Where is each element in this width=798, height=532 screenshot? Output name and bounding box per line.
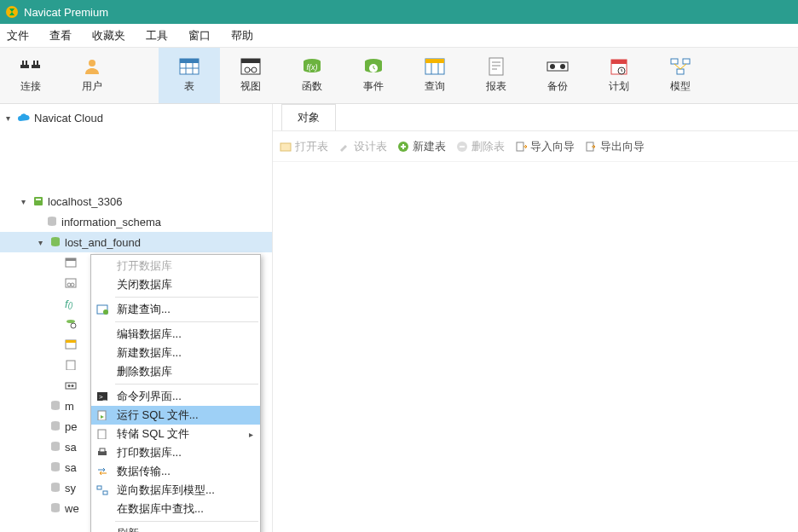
tool-view[interactable]: 视图	[220, 48, 281, 103]
ctx-refresh[interactable]: 刷新	[91, 524, 260, 532]
chevron-down-icon: ▾	[34, 238, 46, 247]
tool-label: 视图	[240, 79, 261, 94]
svg-rect-23	[425, 59, 444, 63]
cylinder-icon	[46, 216, 58, 228]
tool-schedule[interactable]: 计划	[588, 48, 650, 103]
database-label: sa	[65, 441, 77, 454]
menu-favorites[interactable]: 收藏夹	[92, 28, 125, 43]
ctx-data-transfer[interactable]: 数据传输...	[91, 462, 260, 481]
action-open-table[interactable]: 打开表	[278, 137, 330, 156]
svg-rect-42	[36, 199, 41, 200]
tab-objects[interactable]: 对象	[281, 104, 336, 130]
tab-label: 对象	[298, 111, 320, 124]
model-icon	[668, 57, 692, 76]
tool-query[interactable]: 查询	[404, 48, 466, 103]
minus-icon	[456, 141, 468, 153]
svg-point-32	[560, 64, 565, 69]
ctx-new-query[interactable]: 新建查询...	[91, 300, 260, 319]
connection-label: localhost_3306	[48, 195, 122, 208]
terminal-icon: >_	[96, 391, 112, 402]
window-title: Navicat Premium	[24, 6, 108, 19]
tool-label: 模型	[670, 79, 691, 94]
database-row-selected[interactable]: ▾ lost_and_found	[0, 232, 272, 252]
clock-small-icon	[65, 319, 77, 329]
svg-rect-37	[683, 59, 690, 64]
database-row[interactable]: information_schema	[0, 211, 272, 232]
ctx-print-database[interactable]: 打印数据库...	[91, 443, 260, 462]
action-label: 新建表	[413, 139, 446, 154]
chevron-down-icon: ▾	[17, 197, 29, 206]
tool-function[interactable]: f(x) 函数	[281, 48, 343, 103]
transfer-icon	[96, 466, 112, 477]
ctx-find-in-database[interactable]: 在数据库中查找...	[91, 500, 260, 518]
svg-point-57	[72, 385, 74, 387]
table-small-icon	[65, 257, 77, 268]
server-icon	[32, 195, 44, 207]
tool-event[interactable]: 事件	[343, 48, 404, 103]
cylinder-icon	[49, 420, 61, 432]
fx-icon: f()	[65, 298, 73, 310]
ctx-reverse-to-model[interactable]: 逆向数据库到模型...	[91, 481, 260, 500]
svg-rect-3	[26, 61, 27, 66]
backup-icon	[546, 57, 570, 76]
export-icon	[585, 141, 597, 153]
ctx-run-sql-file[interactable]: 运行 SQL 文件...	[91, 406, 260, 425]
plus-icon	[397, 141, 409, 153]
tool-backup[interactable]: 备份	[527, 48, 588, 103]
tool-table[interactable]: 表	[159, 48, 220, 103]
svg-rect-5	[33, 61, 35, 66]
dump-sql-icon	[96, 429, 112, 439]
tool-user[interactable]: 用户	[61, 48, 123, 103]
connection-row[interactable]: ▾ localhost_3306	[0, 191, 272, 211]
open-icon	[280, 142, 292, 152]
menu-file[interactable]: 文件	[7, 28, 29, 43]
svg-rect-2	[22, 61, 24, 66]
separator	[115, 297, 258, 298]
action-new-table[interactable]: 新建表	[396, 137, 448, 156]
model-small-icon	[96, 485, 112, 495]
ctx-close-database[interactable]: 关闭数据库	[91, 275, 260, 294]
ctx-delete-database[interactable]: 删除数据库	[91, 362, 260, 381]
tool-connect[interactable]: 连接	[0, 48, 61, 103]
svg-rect-36	[671, 59, 678, 64]
action-design-table[interactable]: 设计表	[337, 137, 389, 156]
svg-rect-55	[66, 383, 76, 389]
cloud-icon	[17, 113, 31, 123]
tool-model[interactable]: 模型	[650, 48, 711, 103]
cylinder-icon	[49, 461, 61, 473]
cloud-row[interactable]: ▾ Navicat Cloud	[0, 107, 272, 128]
report-icon	[484, 57, 508, 76]
ctx-dump-sql-file[interactable]: 转储 SQL 文件▸	[91, 425, 260, 443]
query-icon	[96, 304, 112, 315]
ctx-cli[interactable]: >_命令列界面...	[91, 387, 260, 406]
cylinder-icon	[49, 441, 61, 453]
cylinder-icon	[49, 502, 61, 514]
svg-rect-53	[66, 340, 76, 343]
svg-rect-34	[611, 60, 627, 64]
tool-label: 用户	[82, 79, 102, 94]
menu-help[interactable]: 帮助	[231, 28, 253, 43]
ctx-edit-database[interactable]: 编辑数据库...	[91, 325, 260, 344]
title-bar: Navicat Premium	[0, 0, 798, 24]
action-delete-table[interactable]: 删除表	[454, 137, 506, 156]
run-sql-icon	[96, 410, 112, 420]
tool-label: 连接	[20, 79, 41, 94]
database-label: m	[65, 400, 74, 413]
calendar-icon	[607, 57, 631, 76]
action-export[interactable]: 导出向导	[583, 137, 646, 156]
tool-report[interactable]: 报表	[466, 48, 527, 103]
action-import[interactable]: 导入向导	[513, 137, 576, 156]
separator	[115, 384, 258, 385]
menu-window[interactable]: 窗口	[188, 28, 211, 43]
database-label: information_schema	[61, 216, 161, 228]
tool-label: 表	[184, 79, 194, 94]
svg-rect-74	[98, 430, 106, 439]
database-label: pe	[65, 420, 77, 433]
svg-rect-41	[34, 197, 43, 205]
ctx-new-database[interactable]: 新建数据库...	[91, 344, 260, 362]
ctx-open-database[interactable]: 打开数据库	[91, 257, 260, 275]
menu-tools[interactable]: 工具	[146, 28, 168, 43]
menu-view[interactable]: 查看	[49, 28, 72, 43]
cylinder-icon	[49, 236, 61, 248]
svg-rect-73	[98, 411, 106, 420]
